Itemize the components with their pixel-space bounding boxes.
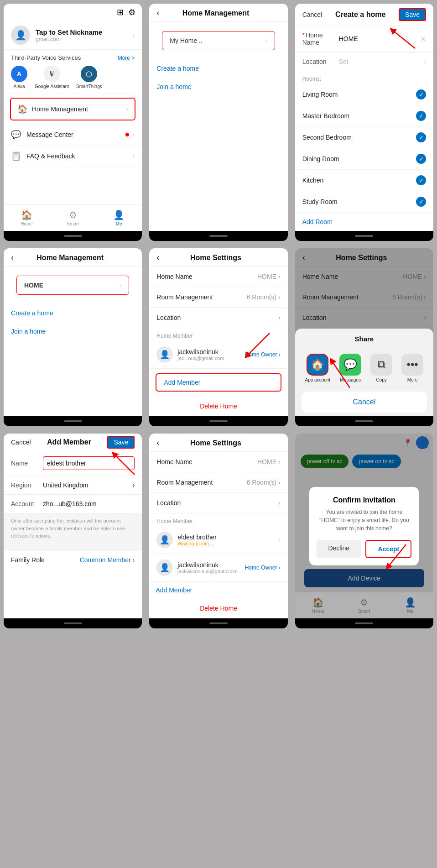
member-name: jackwilsoninuk (177, 348, 245, 356)
account-label: Account (11, 500, 43, 507)
screen-title: Home Management (182, 9, 250, 17)
member-row-jack[interactable]: 👤 jackwilsoninuk jackwilsoninuk@gmail.co… (149, 554, 287, 582)
faq-row[interactable]: 📋 FAQ & Feedback › (4, 146, 142, 167)
room-second[interactable]: Second Bedroom ✓ (295, 127, 433, 148)
google-item[interactable]: 🎙 Google Assistant (35, 66, 69, 89)
required-star: * (302, 31, 305, 39)
message-icon: 💬 (11, 130, 21, 140)
settings-icon[interactable]: ⚙ (128, 7, 135, 17)
cancel-button[interactable]: Cancel (302, 11, 323, 18)
add-member-button[interactable]: Add Member (156, 373, 281, 392)
room-study[interactable]: Study Room ✓ (295, 191, 433, 213)
share-copy[interactable]: ⧉ Copy (370, 354, 392, 382)
home-name-setting-row[interactable]: Home Name HOME › (149, 267, 287, 287)
room-mgmt-row[interactable]: Room Management 6 Room(s) › (149, 287, 287, 308)
back-button[interactable]: ‹ (11, 253, 14, 262)
tab-smart[interactable]: ⚙ Smart (50, 208, 96, 228)
create-home-topbar: Cancel Create a home Save (295, 4, 433, 26)
rooms-label: Rooms: (295, 71, 433, 84)
create-home-btn[interactable]: Create a home (149, 59, 287, 78)
account-row[interactable]: Account zho...ub@163.com (4, 495, 142, 513)
delete-home-button[interactable]: Delete Home (149, 396, 287, 416)
more-label: More (407, 377, 418, 382)
join-home-btn[interactable]: Join a home (149, 78, 287, 96)
alexa-item[interactable]: A Alexa (11, 66, 27, 89)
delete-home-btn3[interactable]: Delete Home (149, 598, 287, 618)
share-sheet: Share 🏠 App account 💬 Messages ⧉ Copy (295, 329, 433, 416)
back-button[interactable]: ‹ (156, 8, 159, 18)
room-mgmt-row3[interactable]: Room Management 6 Room(s) › (149, 472, 287, 493)
svg-line-3 (114, 454, 135, 475)
add-member-btn3[interactable]: Add Member (156, 586, 281, 594)
scan-icon[interactable]: ⊞ (117, 7, 124, 17)
copy-label: Copy (376, 377, 386, 382)
cancel-button[interactable]: Cancel (11, 439, 31, 446)
confirm-title: Confirm Invitation (317, 496, 411, 504)
svg-line-0 (392, 30, 415, 48)
svg-line-2 (332, 361, 350, 388)
home-item-label: HOME (24, 282, 43, 289)
location-chevron: › (278, 314, 281, 321)
home-member-header3: Home Member (149, 513, 287, 526)
screen-title: Home Settings (190, 254, 241, 262)
save-button[interactable]: Save (107, 436, 135, 449)
tab-home[interactable]: 🏠 Home (4, 208, 50, 228)
home-tab-label: Home (21, 221, 33, 226)
back-button[interactable]: ‹ (156, 253, 159, 262)
join-home-btn[interactable]: Join a home (4, 322, 142, 340)
location-row[interactable]: Location › (149, 308, 287, 328)
room-kitchen[interactable]: Kitchen ✓ (295, 170, 433, 191)
chevron-icon: › (278, 293, 281, 301)
room-dining[interactable]: Dining Room ✓ (295, 148, 433, 170)
notice-text: Only after accepting the invitation will… (4, 513, 142, 544)
home-icon: 🏠 (17, 104, 27, 114)
confirm-overlay: Confirm Invitation You are invited to jo… (295, 434, 433, 618)
message-center-row[interactable]: 💬 Message Center › (4, 124, 142, 146)
third-party-label: Third-Party Voice Services (11, 54, 81, 61)
family-role-row[interactable]: Family Role Common Member › (4, 547, 142, 569)
member-row-eldest[interactable]: 👤 eldest brother Waiting to join... › (149, 526, 287, 554)
my-home-item[interactable]: My Home .. › (162, 31, 275, 50)
member-avatar: 👤 (156, 346, 173, 363)
room-mgmt-value: 6 Room(s) › (247, 293, 281, 301)
home-mgmt-topbar: ‹ Home Management (149, 4, 287, 22)
google-icon: 🎙 (44, 66, 60, 82)
smartthings-item[interactable]: ⬡ SmartThings (76, 66, 102, 89)
home-item[interactable]: HOME › (16, 276, 129, 295)
profile-section[interactable]: 👤 Tap to Set Nickname gmail.com › (4, 21, 142, 50)
profile-email: gmail.com (36, 36, 133, 42)
room-master[interactable]: Master Bedroom ✓ (295, 105, 433, 127)
home-name-value: HOME › (257, 273, 281, 280)
more-btn[interactable]: More > (118, 55, 135, 61)
save-button[interactable]: Save (399, 8, 426, 21)
home-mgmt-chevron: › (126, 105, 129, 113)
check-second: ✓ (416, 132, 426, 142)
back-button[interactable]: ‹ (156, 438, 159, 448)
more-icon: ••• (401, 354, 423, 376)
me-tab-icon: 👤 (113, 209, 125, 220)
chevron-icon: › (278, 273, 281, 280)
region-chevron: › (133, 481, 135, 489)
location-row3[interactable]: Location › (149, 493, 287, 513)
location-row[interactable]: Location Set › (295, 52, 433, 71)
check-dining: ✓ (416, 154, 426, 164)
my-home-chevron: › (265, 37, 267, 44)
home-management-row[interactable]: 🏠 Home Management › (10, 98, 135, 120)
home-name-row3[interactable]: Home Name HOME › (149, 452, 287, 472)
message-label: Message Center (26, 131, 125, 138)
check-master: ✓ (416, 111, 426, 121)
share-more[interactable]: ••• More (401, 354, 423, 382)
screen-title: Home Settings (190, 439, 241, 447)
decline-button[interactable]: Decline (317, 540, 361, 558)
create-home-btn[interactable]: Create a home (4, 304, 142, 322)
add-room-button[interactable]: Add Room (295, 213, 433, 231)
clear-icon[interactable]: ✕ (420, 35, 426, 43)
check-kitchen: ✓ (416, 175, 426, 185)
share-cancel-button[interactable]: Cancel (302, 392, 427, 413)
account-value[interactable]: zho...ub@163.com (43, 500, 135, 507)
region-row[interactable]: Region United Kingdom › (4, 476, 142, 495)
alexa-label: Alexa (13, 84, 25, 89)
tab-me[interactable]: 👤 Me (96, 208, 142, 228)
room-living[interactable]: Living Room ✓ (295, 84, 433, 105)
home-settings3-topbar: ‹ Home Settings (149, 434, 287, 452)
